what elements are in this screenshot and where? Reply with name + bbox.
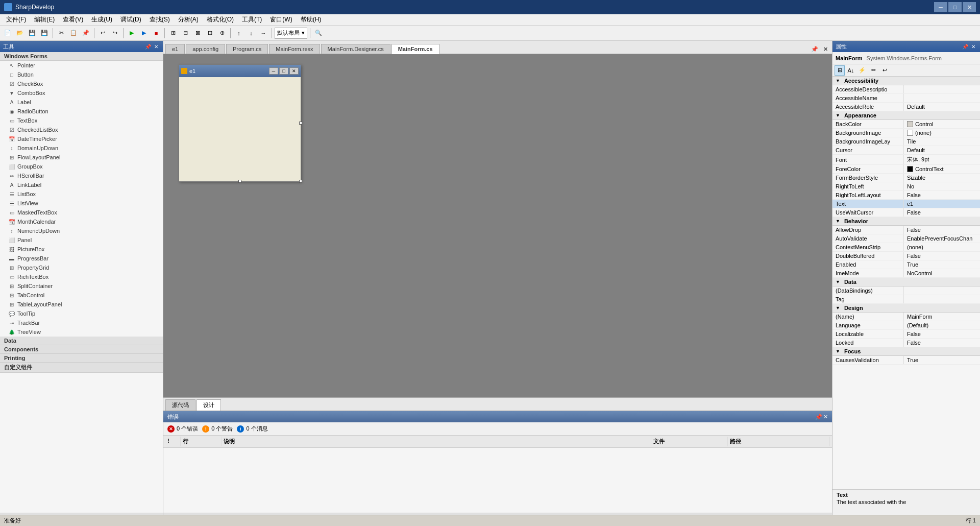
toolbox-item-flowlayoutpanel[interactable]: ⊞ FlowLayoutPanel: [0, 153, 163, 162]
toolbox-item-richtextbox[interactable]: ▭ RichTextBox: [0, 272, 163, 281]
toolbox-item-maskedtextbox[interactable]: ▭ MaskedTextBox: [0, 208, 163, 217]
toolbox-item-checkbox[interactable]: ☑ CheckBox: [0, 79, 163, 88]
prop-value-causesvalidation[interactable]: True: [904, 356, 980, 364]
prop-value-font[interactable]: 宋体, 9pt: [904, 155, 980, 164]
toolbar-redo[interactable]: ↪: [109, 28, 120, 39]
prop-value-language[interactable]: (Default): [904, 321, 980, 329]
prop-value-localizable[interactable]: False: [904, 330, 980, 338]
props-section-header-accessibility[interactable]: ▼ Accessibility: [832, 77, 980, 85]
properties-close[interactable]: ✕: [970, 43, 977, 50]
toolbox-item-checkedlistbox[interactable]: ☑ CheckedListBox: [0, 125, 163, 134]
props-sort-category[interactable]: ⊞: [835, 65, 845, 76]
prop-value-locked[interactable]: False: [904, 339, 980, 347]
toolbox-item-tabcontrol[interactable]: ⊟ TabControl: [0, 291, 163, 300]
toolbar-save[interactable]: 💾: [27, 28, 38, 39]
toolbox-section-data[interactable]: Data: [0, 337, 163, 345]
toolbox-close[interactable]: ✕: [153, 43, 160, 50]
toolbox-item-linklabel[interactable]: A LinkLabel: [0, 180, 163, 189]
props-sort-alpha[interactable]: A↓: [846, 65, 856, 76]
prop-value-backgroundimage[interactable]: (none): [904, 129, 980, 137]
toolbox-item-tooltip[interactable]: 💬 ToolTip: [0, 309, 163, 318]
tab-e1[interactable]: e1: [165, 44, 185, 54]
layout-dropdown[interactable]: 默认布局 ▾: [275, 28, 307, 39]
toolbox-item-radiobutton[interactable]: ◉ RadioButton: [0, 107, 163, 116]
menu-analyze[interactable]: 分析(A): [174, 14, 203, 25]
prop-value-accessiblename[interactable]: [904, 94, 980, 102]
prop-value-righttoleft[interactable]: No: [904, 182, 980, 190]
toolbox-item-datetimepicker[interactable]: 📅 DateTimePicker: [0, 134, 163, 144]
toolbar-undo[interactable]: ↩: [97, 28, 108, 39]
menu-tools[interactable]: 工具(T): [238, 14, 266, 25]
toolbar-b4[interactable]: ⊡: [204, 28, 215, 39]
tab-mainform-cs[interactable]: MainForm.cs: [391, 44, 439, 54]
properties-pin[interactable]: 📌: [962, 43, 969, 50]
toolbar-b8[interactable]: →: [258, 28, 269, 39]
prop-value-doublebuffered[interactable]: False: [904, 252, 980, 260]
prop-value-text[interactable]: e1: [904, 200, 980, 208]
form-close-btn[interactable]: ✕: [289, 67, 299, 75]
toolbox-section-windows-forms[interactable]: Windows Forms: [0, 52, 163, 61]
close-button[interactable]: ✕: [963, 2, 976, 12]
design-area[interactable]: e1 ─ □ ✕: [163, 54, 832, 397]
form-body[interactable]: [179, 77, 301, 181]
toolbar-stop[interactable]: ■: [151, 28, 162, 39]
tab-mainform-resx[interactable]: MainForm.resx: [269, 44, 320, 54]
prop-value-databindings[interactable]: [904, 286, 980, 295]
source-tab[interactable]: 源代码: [165, 399, 195, 411]
prop-value-imemode[interactable]: NoControl: [904, 269, 980, 277]
toolbox-section-printing[interactable]: Printing: [0, 354, 163, 363]
properties-object-selector[interactable]: MainForm System.Windows.Forms.Form: [832, 52, 980, 64]
props-events[interactable]: ⚡: [857, 65, 867, 76]
form-max-btn[interactable]: □: [279, 67, 288, 75]
menu-view[interactable]: 查看(V): [59, 14, 87, 25]
toolbar-b5[interactable]: ⊕: [216, 28, 228, 39]
toolbox-section-components[interactable]: Components: [0, 345, 163, 354]
props-section-header-behavior[interactable]: ▼ Behavior: [832, 217, 980, 226]
prop-value-backcolor[interactable]: Control: [904, 120, 980, 128]
tab-app-config[interactable]: app.config: [186, 44, 225, 54]
prop-value-righttoleftlayout[interactable]: False: [904, 191, 980, 199]
toolbox-item-label[interactable]: A Label: [0, 98, 163, 107]
prop-value-formborderstyle[interactable]: Sizable: [904, 174, 980, 182]
prop-value-accessibledescription[interactable]: [904, 85, 980, 93]
toolbox-item-combobox[interactable]: ▼ ComboBox: [0, 88, 163, 98]
menu-help[interactable]: 帮助(H): [297, 14, 326, 25]
toolbox-item-groupbox[interactable]: ⬜ GroupBox: [0, 162, 163, 171]
prop-value-accessiblerole[interactable]: Default: [904, 103, 980, 111]
tab-pin-button[interactable]: 📌: [809, 45, 820, 54]
toolbar-b7[interactable]: ↓: [246, 28, 257, 39]
prop-value-contextmenustrip[interactable]: (none): [904, 243, 980, 251]
prop-value-autovalidate[interactable]: EnablePreventFocusChan: [904, 234, 980, 243]
prop-value-usewaitcursor[interactable]: False: [904, 208, 980, 217]
props-section-header-focus[interactable]: ▼ Focus: [832, 347, 980, 356]
form-min-btn[interactable]: ─: [269, 67, 278, 75]
menu-file[interactable]: 文件(F): [2, 14, 30, 25]
toolbox-item-hscrollbar[interactable]: ⇔ HScrollBar: [0, 171, 163, 180]
prop-value-enabled[interactable]: True: [904, 260, 980, 269]
design-tab[interactable]: 设计: [197, 399, 221, 411]
props-section-header-design[interactable]: ▼ Design: [832, 304, 980, 313]
toolbar-run[interactable]: ▶: [126, 28, 137, 39]
props-property-pages[interactable]: ✏: [868, 65, 878, 76]
toolbox-pin[interactable]: 📌: [144, 43, 152, 50]
toolbox-item-textbox[interactable]: ▭ TextBox: [0, 116, 163, 125]
resize-handle-bottom-mid[interactable]: [238, 180, 241, 183]
props-section-header-appearance[interactable]: ▼ Appearance: [832, 111, 980, 120]
minimize-button[interactable]: ─: [934, 2, 947, 12]
prop-value-forecolor[interactable]: ControlText: [904, 165, 980, 173]
prop-value-allowdrop[interactable]: False: [904, 226, 980, 234]
toolbox-item-listview[interactable]: ☰ ListView: [0, 199, 163, 208]
toolbar-saveall[interactable]: 💾: [39, 28, 50, 39]
prop-value-cursor[interactable]: Default: [904, 146, 980, 154]
tab-mainform-designer[interactable]: MainForm.Designer.cs: [321, 44, 390, 54]
toolbox-item-treeview[interactable]: 🌲 TreeView: [0, 327, 163, 337]
menu-search[interactable]: 查找(S): [145, 14, 174, 25]
toolbox-section-custom[interactable]: 自定义组件: [0, 363, 163, 373]
toolbox-item-progressbar[interactable]: ▬ ProgressBar: [0, 254, 163, 263]
resize-handle-bottom-right[interactable]: [299, 180, 302, 183]
resize-handle-mid-right[interactable]: [299, 122, 302, 125]
toolbar-b6[interactable]: ↑: [233, 28, 244, 39]
toolbox-item-splitcontainer[interactable]: ⊞ SplitContainer: [0, 281, 163, 291]
toolbar-run2[interactable]: ▶: [138, 28, 150, 39]
prop-value-name[interactable]: MainForm: [904, 313, 980, 321]
